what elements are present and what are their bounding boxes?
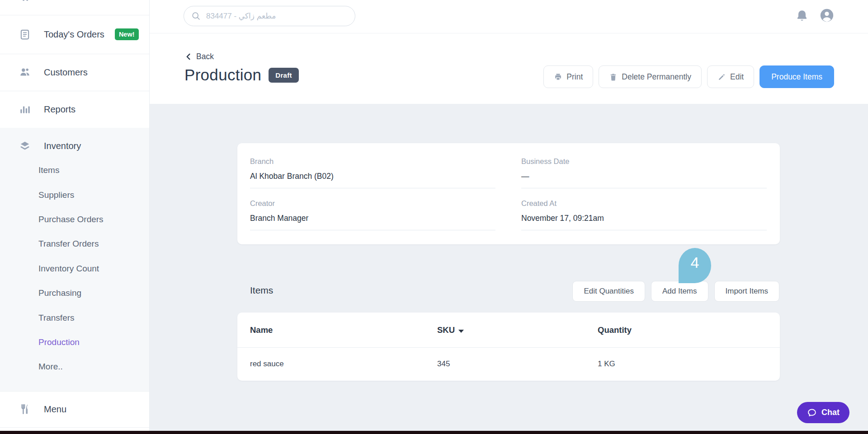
sidebar-item-label: Orders bbox=[44, 0, 71, 2]
field-created-at: Created At November 17, 09:21am bbox=[521, 199, 767, 230]
field-business-date: Business Date — bbox=[521, 157, 767, 188]
notifications-bell-icon[interactable] bbox=[795, 9, 809, 25]
status-badge: Draft bbox=[269, 68, 299, 83]
sidebar-item-reports[interactable]: Reports bbox=[0, 91, 149, 128]
chevron-left-icon bbox=[185, 53, 192, 60]
produce-items-label: Produce Items bbox=[771, 72, 822, 82]
sidebar-subitem-production[interactable]: Production bbox=[38, 330, 80, 355]
step-number: 4 bbox=[691, 248, 699, 283]
items-section-title: Items bbox=[250, 285, 273, 296]
sidebar-subitem-inventory-count[interactable]: Inventory Count bbox=[38, 257, 99, 281]
edit-quantities-button[interactable]: Edit Quantities bbox=[572, 281, 645, 302]
row-sku-cell: 345 bbox=[437, 348, 450, 380]
subitem-label: Transfers bbox=[38, 313, 75, 323]
print-label: Print bbox=[566, 72, 583, 82]
produce-items-button[interactable]: Produce Items bbox=[760, 65, 834, 88]
field-label: Branch bbox=[250, 157, 495, 166]
sidebar-subitem-suppliers[interactable]: Suppliers bbox=[38, 183, 74, 207]
search-icon bbox=[191, 11, 201, 21]
app-window: Orders Today's Orders New! Customers Rep… bbox=[0, 0, 868, 434]
sidebar-subitem-more[interactable]: More.. bbox=[38, 355, 63, 379]
chat-label: Chat bbox=[821, 408, 840, 417]
items-table: Name SKU Quantity red sauce 345 1 KG bbox=[237, 313, 780, 381]
sidebar-item-label: Customers bbox=[44, 67, 88, 78]
layers-icon bbox=[19, 140, 31, 152]
user-avatar-icon[interactable] bbox=[819, 8, 835, 25]
edit-quantities-label: Edit Quantities bbox=[584, 287, 634, 296]
column-header-quantity: Quantity bbox=[598, 313, 632, 347]
sidebar-subitem-purchasing[interactable]: Purchasing bbox=[38, 281, 81, 305]
import-items-label: Import Items bbox=[726, 287, 768, 296]
edit-button[interactable]: Edit bbox=[707, 65, 754, 88]
sidebar-subitem-transfer-orders[interactable]: Transfer Orders bbox=[38, 232, 99, 256]
column-header-sku[interactable]: SKU bbox=[437, 313, 464, 347]
add-items-label: Add Items bbox=[662, 287, 697, 296]
back-label: Back bbox=[196, 52, 214, 61]
sidebar-subitem-transfers[interactable]: Transfers bbox=[38, 306, 75, 330]
field-label: Creator bbox=[250, 199, 495, 208]
trash-icon bbox=[609, 73, 618, 81]
search-box[interactable] bbox=[184, 6, 355, 26]
bottom-edge-bar bbox=[0, 431, 868, 434]
sidebar: Orders Today's Orders New! Customers Rep… bbox=[0, 0, 150, 431]
subitem-label: Suppliers bbox=[38, 190, 74, 200]
page-title: Production bbox=[184, 66, 261, 84]
items-actions: Edit Quantities Add Items Import Items bbox=[572, 281, 779, 302]
field-branch: Branch Al Khobar Branch (B02) bbox=[250, 157, 495, 188]
new-badge: New! bbox=[115, 28, 139, 40]
field-value: — bbox=[521, 172, 767, 188]
print-button[interactable]: Print bbox=[543, 65, 593, 88]
add-items-button[interactable]: Add Items bbox=[651, 281, 708, 302]
import-items-button[interactable]: Import Items bbox=[714, 281, 779, 302]
sidebar-item-inventory[interactable]: Inventory bbox=[0, 128, 149, 164]
chat-button[interactable]: Chat bbox=[797, 402, 849, 423]
back-button[interactable]: Back bbox=[185, 52, 214, 61]
field-label: Business Date bbox=[521, 157, 767, 166]
top-bar bbox=[150, 0, 868, 33]
clipboard-icon bbox=[19, 28, 31, 40]
page-header: Back Production Draft Print Delete Perma… bbox=[150, 33, 868, 104]
sidebar-item-label: Menu bbox=[44, 404, 66, 415]
row-quantity-cell: 1 KG bbox=[598, 348, 615, 380]
field-value: November 17, 09:21am bbox=[521, 214, 767, 230]
header-actions: Print Delete Permanently Edit Produce It… bbox=[543, 65, 834, 88]
subitem-label: More.. bbox=[38, 362, 63, 372]
printer-icon bbox=[554, 73, 562, 81]
sidebar-item-todays-orders[interactable]: Today's Orders New! bbox=[0, 15, 149, 54]
sort-desc-icon bbox=[458, 330, 464, 333]
subitem-label: Purchase Orders bbox=[38, 215, 104, 224]
sidebar-item-label: Reports bbox=[44, 104, 75, 115]
subitem-label: Items bbox=[38, 165, 59, 175]
fork-knife-icon bbox=[19, 403, 31, 415]
field-creator: Creator Branch Manager bbox=[250, 199, 495, 230]
sidebar-inventory-group: Inventory Items Suppliers Purchase Order… bbox=[0, 128, 149, 391]
delete-permanently-button[interactable]: Delete Permanently bbox=[599, 65, 702, 88]
cart-icon bbox=[19, 0, 31, 2]
sidebar-item-label: Today's Orders bbox=[44, 29, 104, 40]
chat-bubble-icon bbox=[807, 408, 817, 418]
sidebar-item-menu[interactable]: Menu bbox=[0, 391, 149, 427]
subitem-label: Purchasing bbox=[38, 288, 81, 298]
column-header-name: Name bbox=[250, 313, 273, 347]
field-value: Al Khobar Branch (B02) bbox=[250, 172, 495, 188]
pencil-icon bbox=[717, 73, 726, 81]
sidebar-item-label: Inventory bbox=[44, 141, 81, 151]
sidebar-item-customers[interactable]: Customers bbox=[0, 54, 149, 91]
sidebar-subitem-items[interactable]: Items bbox=[38, 158, 59, 182]
subitem-label: Transfer Orders bbox=[38, 239, 99, 249]
row-name-cell: red sauce bbox=[250, 348, 284, 380]
search-input[interactable] bbox=[205, 11, 348, 21]
sku-label: SKU bbox=[437, 325, 455, 335]
field-label: Created At bbox=[521, 199, 767, 208]
divider bbox=[0, 427, 149, 428]
field-value: Branch Manager bbox=[250, 214, 495, 230]
subitem-label: Inventory Count bbox=[38, 264, 99, 274]
sidebar-subitem-purchase-orders[interactable]: Purchase Orders bbox=[38, 207, 104, 232]
edit-label: Edit bbox=[730, 72, 744, 82]
customers-icon bbox=[19, 66, 31, 78]
step-4-pointer-balloon: 4 bbox=[679, 248, 711, 283]
delete-label: Delete Permanently bbox=[622, 72, 691, 82]
details-card: Branch Al Khobar Branch (B02) Business D… bbox=[237, 143, 780, 244]
sidebar-item-orders[interactable]: Orders bbox=[0, 0, 149, 15]
bar-chart-icon bbox=[19, 103, 31, 115]
